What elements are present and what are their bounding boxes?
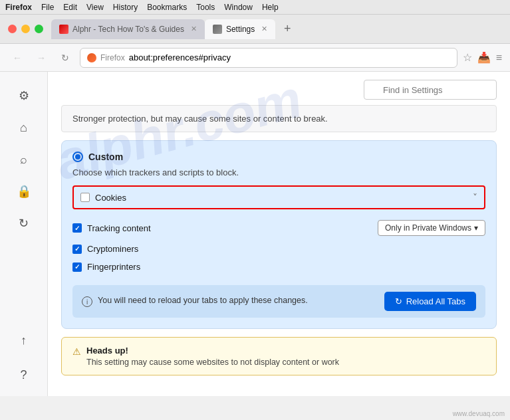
reload-notice: i You will need to reload your tabs to a… <box>72 285 485 318</box>
menu-file[interactable]: File <box>41 3 54 12</box>
settings-content: 🔍 Stronger protection, but may cause som… <box>48 72 510 396</box>
sidebar-icon-share[interactable]: ↑ <box>11 327 37 354</box>
tracking-dropdown-chevron-icon: ▾ <box>474 223 478 233</box>
custom-panel: Custom Choose which trackers and scripts… <box>61 140 497 329</box>
cookies-checkbox[interactable] <box>80 193 90 202</box>
tracking-content-dropdown[interactable]: Only in Private Windows ▾ <box>378 220 485 236</box>
menu-firefox[interactable]: Firefox <box>5 3 32 12</box>
tab-alphr[interactable]: Alphr - Tech How To's & Guides ✕ <box>51 19 205 39</box>
address-prefix: Firefox <box>100 53 125 62</box>
sidebar-icon-sync[interactable]: ↻ <box>11 210 37 237</box>
sidebar-icon-lock[interactable]: 🔒 <box>11 178 37 205</box>
find-input-container: 🔍 <box>364 80 497 100</box>
fingerprinters-row: ✓ Fingerprinters <box>72 258 485 276</box>
toolbar-actions: ☆ 📥 ≡ <box>463 51 502 64</box>
maximize-window-button[interactable] <box>35 25 43 33</box>
tracking-content-label: Tracking content <box>87 223 372 233</box>
custom-label: Custom <box>88 152 123 162</box>
sidebar-icon-help[interactable]: ? <box>11 362 37 388</box>
firefox-icon <box>87 53 96 62</box>
reload-btn-icon: ↻ <box>395 296 402 306</box>
check-icon-2: ✓ <box>74 245 80 253</box>
warning-icon: ⚠ <box>72 346 81 357</box>
cryptominers-checkbox[interactable]: ✓ <box>72 245 82 254</box>
menu-bookmarks[interactable]: Bookmarks <box>147 3 187 12</box>
reload-btn-label: Reload All Tabs <box>406 296 465 306</box>
bookmark-star-icon[interactable]: ☆ <box>463 51 472 64</box>
cryptominers-row: ✓ Cryptominers <box>72 240 485 258</box>
choose-text: Choose which trackers and scripts to blo… <box>72 167 485 177</box>
check-icon-3: ✓ <box>74 263 80 270</box>
menu-history[interactable]: History <box>113 3 138 12</box>
custom-header: Custom <box>72 152 485 162</box>
address-bar[interactable]: Firefox about:preferences#privacy <box>80 48 457 68</box>
main-layout: ⚙ ⌂ ⌕ 🔒 ↻ ↑ ? 🔍 Stronger protection, but… <box>0 72 510 396</box>
cookies-label: Cookies <box>95 193 467 203</box>
tab-settings[interactable]: Settings ✕ <box>205 19 275 39</box>
tab-label-alphr: Alphr - Tech How To's & Guides <box>72 25 184 34</box>
menu-window[interactable]: Window <box>224 3 253 12</box>
pocket-icon[interactable]: 📥 <box>477 51 491 64</box>
reload-text-wrap: i You will need to reload your tabs to a… <box>82 296 376 307</box>
protection-notice: Stronger protection, but may cause some … <box>61 105 497 132</box>
menu-icon[interactable]: ≡ <box>496 52 502 64</box>
reload-notice-text: You will need to reload your tabs to app… <box>98 296 308 305</box>
find-in-settings-wrap: 🔍 <box>48 72 510 105</box>
cookies-row: Cookies ˅ <box>72 185 485 209</box>
tracking-dropdown-value: Only in Private Windows <box>385 223 471 233</box>
new-tab-button[interactable]: + <box>278 20 297 39</box>
toolbar: ← → ↻ Firefox about:preferences#privacy … <box>0 44 510 72</box>
custom-radio[interactable] <box>72 152 83 162</box>
menu-edit[interactable]: Edit <box>63 3 77 12</box>
traffic-lights <box>8 25 43 33</box>
tracking-content-checkbox[interactable]: ✓ <box>72 223 82 233</box>
radio-inner <box>75 154 80 159</box>
tab-label-settings: Settings <box>226 25 255 34</box>
fingerprinters-checkbox[interactable]: ✓ <box>72 262 82 272</box>
title-bar: Alphr - Tech How To's & Guides ✕ Setting… <box>0 15 510 44</box>
menu-bar: Firefox File Edit View History Bookmarks… <box>0 0 510 15</box>
cookies-chevron-icon[interactable]: ˅ <box>473 192 477 203</box>
check-icon: ✓ <box>74 225 80 232</box>
heads-up-title: Heads up! <box>86 346 339 356</box>
heads-up-content: Heads up! This setting may cause some we… <box>86 346 339 367</box>
cryptominers-label: Cryptominers <box>87 244 485 254</box>
forward-button[interactable]: → <box>32 49 51 67</box>
close-window-button[interactable] <box>8 25 17 33</box>
tab-close-settings[interactable]: ✕ <box>261 25 267 33</box>
heads-up-section: ⚠ Heads up! This setting may cause some … <box>61 337 497 375</box>
sidebar-icon-settings[interactable]: ⚙ <box>11 82 37 109</box>
tab-close-alphr[interactable]: ✕ <box>191 25 197 33</box>
sidebar: ⚙ ⌂ ⌕ 🔒 ↻ ↑ ? <box>0 72 48 396</box>
sidebar-icon-home[interactable]: ⌂ <box>11 114 37 141</box>
menu-view[interactable]: View <box>86 3 104 12</box>
tracking-content-row: ✓ Tracking content Only in Private Windo… <box>72 216 485 240</box>
tab-favicon-alphr <box>59 25 68 34</box>
tab-favicon-settings <box>213 25 222 34</box>
info-icon: i <box>82 296 92 307</box>
minimize-window-button[interactable] <box>21 25 30 33</box>
menu-tools[interactable]: Tools <box>196 3 215 12</box>
find-in-settings-input[interactable] <box>364 80 497 100</box>
menu-help[interactable]: Help <box>262 3 279 12</box>
reload-button[interactable]: ↻ <box>56 49 74 67</box>
back-button[interactable]: ← <box>8 49 27 67</box>
site-credit: www.devuaq.com <box>453 410 505 417</box>
protection-notice-text: Stronger protection, but may cause some … <box>72 114 328 124</box>
fingerprinters-label: Fingerprinters <box>87 262 485 272</box>
sidebar-icon-search[interactable]: ⌕ <box>11 146 37 173</box>
address-url: about:preferences#privacy <box>129 52 231 62</box>
reload-all-tabs-button[interactable]: ↻ Reload All Tabs <box>384 292 476 311</box>
heads-up-text: This setting may cause some websites to … <box>86 358 339 367</box>
